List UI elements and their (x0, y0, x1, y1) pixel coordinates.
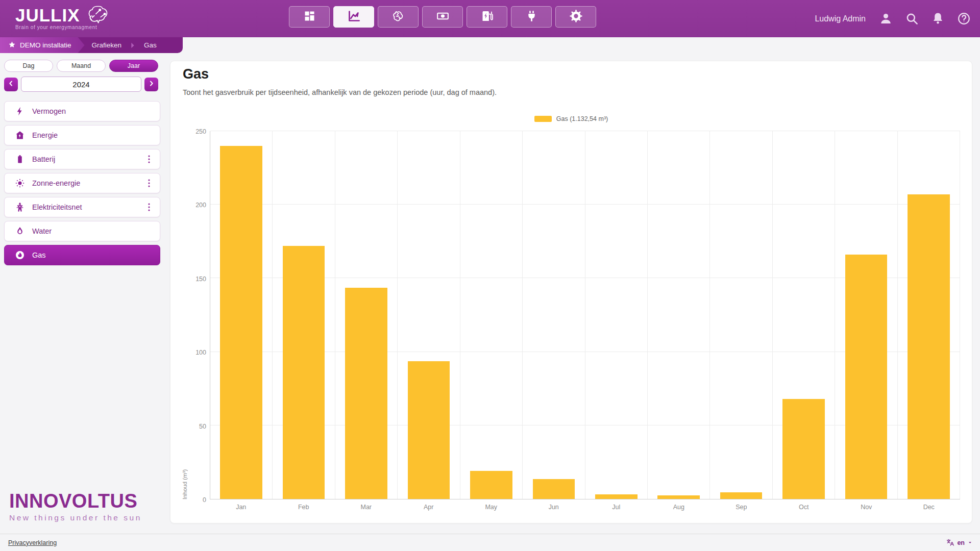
nav-consumers-button[interactable] (511, 6, 552, 28)
x-axis-label: Jan (210, 504, 273, 511)
chevron-right-icon (148, 80, 155, 89)
bar-jul[interactable] (595, 494, 638, 499)
banknote-icon (436, 9, 450, 24)
chart-column-mar (335, 131, 398, 499)
chart-column-jan (210, 131, 273, 499)
caret-down-icon (967, 540, 973, 545)
translate-icon (946, 538, 954, 547)
sidebar-item-zonne-energie[interactable]: Zonne-energie (4, 173, 160, 193)
breadcrumb-label: DEMO installatie (20, 41, 71, 49)
x-axis-label: Nov (835, 504, 898, 511)
star-icon (8, 41, 16, 50)
plug-icon (525, 9, 538, 24)
period-tab-year[interactable]: Jaar (109, 60, 158, 72)
charging-station-icon (480, 9, 494, 24)
period-tab-month[interactable]: Maand (57, 60, 106, 72)
chart-column-apr (398, 131, 460, 499)
chart-column-aug (648, 131, 710, 499)
chart-column-oct (773, 131, 835, 499)
bar-aug[interactable] (657, 495, 700, 499)
x-axis-label: Aug (648, 504, 710, 511)
transmission-tower-icon (15, 202, 25, 212)
sidebar-item-water[interactable]: Water (4, 221, 160, 241)
main-nav (289, 6, 596, 28)
innovoltus-tagline: New things under the sun (9, 513, 142, 522)
y-axis-tick-label: 250 (170, 128, 206, 135)
brand-logo[interactable]: JULLIX Brain of your energymanagment (15, 4, 112, 30)
bar-dec[interactable] (908, 194, 950, 499)
chart-column-jun (523, 131, 585, 499)
sidebar-item-label: Gas (32, 251, 155, 259)
period-tabs: DagMaandJaar (4, 60, 158, 72)
bar-nov[interactable] (845, 255, 888, 499)
breadcrumb: DEMO installatieGrafiekenGas (0, 37, 183, 53)
previous-year-button[interactable] (4, 78, 18, 91)
y-axis-tick-label: 200 (170, 202, 206, 209)
bell-icon[interactable] (931, 12, 945, 26)
x-axis-label: Jul (585, 504, 648, 511)
bar-mar[interactable] (345, 288, 387, 499)
content-card: Gas Toont het gasverbruik per tijdseenhe… (170, 61, 972, 523)
bolt-icon (15, 106, 25, 116)
sidebar-item-gas[interactable]: Gas (4, 245, 160, 265)
sidebar-item-label: Batterij (32, 155, 136, 163)
nav-settings-button[interactable] (555, 6, 596, 28)
x-axis-label: Mar (335, 504, 398, 511)
breadcrumb-item-gas[interactable]: Gas (137, 41, 164, 49)
legend-label: Gas (1.132,54 m³) (556, 115, 608, 122)
breadcrumb-item-installation[interactable]: DEMO installatie (0, 37, 85, 53)
sidebar-item-vermogen[interactable]: Vermogen (4, 101, 160, 121)
top-header: JULLIX Brain of your energymanagment Lud… (0, 0, 980, 37)
breadcrumb-item-graphs[interactable]: Grafieken (85, 41, 129, 49)
bar-sep[interactable] (720, 492, 763, 499)
y-axis-labels: 050100150200250 (170, 131, 206, 499)
kebab-menu-icon[interactable] (143, 201, 155, 213)
user-name: Ludwig Admin (815, 14, 866, 23)
nav-charts-button[interactable] (333, 6, 374, 28)
sidebar-item-label: Energie (32, 131, 155, 139)
search-icon[interactable] (905, 12, 919, 26)
water-drop-icon (15, 226, 25, 236)
kebab-menu-icon[interactable] (143, 177, 155, 189)
nav-billing-button[interactable] (422, 6, 463, 28)
nav-ev-charging-button[interactable] (467, 6, 507, 28)
footer: Privacyverklaring en (0, 534, 980, 551)
period-tab-day[interactable]: Dag (4, 60, 53, 72)
sidebar-item-label: Elektriciteitsnet (32, 203, 136, 211)
year-value[interactable]: 2024 (21, 77, 141, 92)
bar-may[interactable] (470, 471, 512, 499)
brain-icon (391, 9, 405, 24)
kebab-menu-icon[interactable] (143, 153, 155, 165)
next-year-button[interactable] (144, 78, 158, 91)
sidebar-menu: VermogenEnergieBatterijZonne-energieElek… (4, 101, 160, 265)
innovoltus-logo: INNOVOLTUS New things under the sun (9, 491, 142, 522)
bar-jan[interactable] (220, 146, 262, 499)
bar-jun[interactable] (533, 479, 575, 499)
chart-legend[interactable]: Gas (1.132,54 m³) (170, 115, 972, 122)
brand-name: JULLIX (15, 6, 80, 24)
brain-plug-icon (83, 4, 112, 26)
x-axis-label: Apr (398, 504, 460, 511)
x-axis-label: Feb (273, 504, 335, 511)
sidebar-item-elektriciteitsnet[interactable]: Elektriciteitsnet (4, 197, 160, 217)
bar-oct[interactable] (782, 399, 825, 499)
privacy-link[interactable]: Privacyverklaring (8, 539, 57, 546)
sidebar-item-label: Water (32, 227, 155, 235)
bar-feb[interactable] (283, 246, 325, 499)
y-axis-tick-label: 150 (170, 276, 206, 283)
language-switcher[interactable]: en (946, 538, 973, 547)
bar-apr[interactable] (408, 361, 450, 499)
x-axis-label: Dec (898, 504, 961, 511)
nav-dashboard-button[interactable] (289, 6, 330, 28)
plot-area (210, 131, 960, 499)
chevron-separator-icon (129, 41, 137, 49)
sidebar-item-energie[interactable]: Energie (4, 125, 160, 145)
sidebar-item-batterij[interactable]: Batterij (4, 149, 160, 169)
innovoltus-name: INNOVOLTUS (9, 491, 142, 512)
x-axis-labels: JanFebMarAprMayJunJulAugSepOctNovDec (210, 504, 960, 511)
user-icon[interactable] (879, 12, 893, 26)
nav-ai-brain-button[interactable] (378, 6, 419, 28)
help-icon[interactable] (957, 12, 971, 26)
x-axis-label: May (460, 504, 523, 511)
y-axis-tick-label: 50 (170, 423, 206, 430)
